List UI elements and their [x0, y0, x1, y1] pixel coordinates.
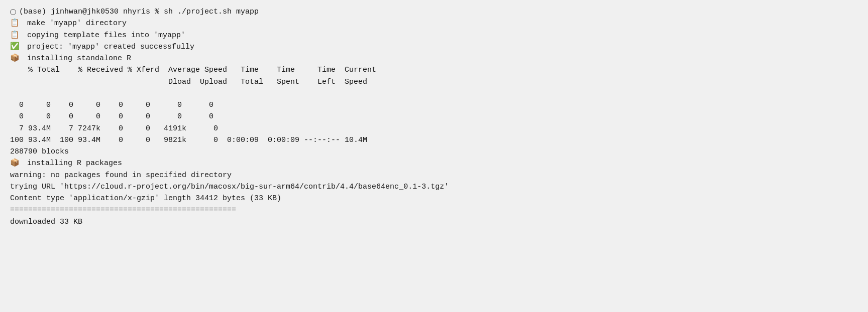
curl-data-row-3: 7 93.4M 7 7247k 0 0 4191k 0: [10, 123, 858, 134]
curl-data-row-empty-1: [10, 88, 858, 99]
line-text-3: project: 'myapp' created successfully: [23, 41, 194, 53]
warning-text: warning: no packages found in specified …: [10, 170, 232, 181]
box-icon-1: 📦: [10, 53, 20, 64]
terminal-line-3: ✅ project: 'myapp' created successfully: [10, 41, 858, 53]
blocks-text: 288790 blocks: [10, 146, 69, 158]
prompt-line: (base) jinhwan@jhk0530 nhyris % sh ./pro…: [10, 6, 858, 18]
curl-header-2: Dload Upload Total Spent Left Speed: [10, 76, 858, 88]
downloaded-line: downloaded 33 KB: [10, 216, 858, 228]
terminal-line-2: 📋 copying template files into 'myapp': [10, 30, 858, 41]
curl-data-text-1: [10, 88, 19, 99]
checkmark-icon: ✅: [10, 41, 20, 53]
trying-url-text: trying URL 'https://cloud.r-project.org/…: [10, 181, 449, 193]
curl-data-text-3: 0 0 0 0 0 0 0 0: [10, 111, 213, 122]
curl-data-row-final: 100 93.4M 100 93.4M 0 0 9821k 0 0:00:09 …: [10, 134, 858, 146]
clipboard-icon-1: 📋: [10, 18, 20, 29]
trying-url-line: trying URL 'https://cloud.r-project.org/…: [10, 181, 858, 193]
terminal-line-r-packages: 📦 installing R packages: [10, 158, 858, 169]
warning-line: warning: no packages found in specified …: [10, 170, 858, 181]
curl-header-text-1: % Total % Received % Xferd Average Speed…: [10, 64, 376, 76]
box-icon-2: 📦: [10, 158, 20, 169]
curl-data-text-4: 7 93.4M 7 7247k 0 0 4191k 0: [10, 123, 218, 134]
downloaded-text: downloaded 33 KB: [10, 216, 82, 228]
line-text-r-packages: installing R packages: [23, 158, 122, 169]
curl-data-text-5: 100 93.4M 100 93.4M 0 0 9821k 0 0:00:09 …: [10, 134, 367, 146]
content-type-text: Content type 'application/x-gzip' length…: [10, 193, 281, 204]
terminal-line-4: 📦 installing standalone R: [10, 53, 858, 64]
line-text-4: installing standalone R: [23, 53, 131, 64]
curl-header-1: % Total % Received % Xferd Average Speed…: [10, 64, 858, 76]
blocks-line: 288790 blocks: [10, 146, 858, 158]
curl-data-text-2: 0 0 0 0 0 0 0 0: [10, 99, 213, 111]
line-text-1: make 'myapp' directory: [23, 18, 127, 29]
clipboard-icon-2: 📋: [10, 30, 20, 41]
terminal-window: (base) jinhwan@jhk0530 nhyris % sh ./pro…: [10, 6, 858, 228]
circle-icon: [10, 9, 16, 15]
content-type-line: Content type 'application/x-gzip' length…: [10, 193, 858, 204]
curl-header-text-2: Dload Upload Total Spent Left Speed: [10, 76, 367, 88]
prompt-text: (base) jinhwan@jhk0530 nhyris % sh ./pro…: [19, 6, 259, 18]
curl-data-row-1: 0 0 0 0 0 0 0 0: [10, 99, 858, 111]
curl-data-row-2: 0 0 0 0 0 0 0 0: [10, 111, 858, 122]
equals-line: ========================================…: [10, 204, 858, 216]
equals-text: ========================================…: [10, 204, 236, 216]
line-text-2: copying template files into 'myapp': [23, 30, 185, 41]
terminal-line-1: 📋 make 'myapp' directory: [10, 18, 858, 29]
